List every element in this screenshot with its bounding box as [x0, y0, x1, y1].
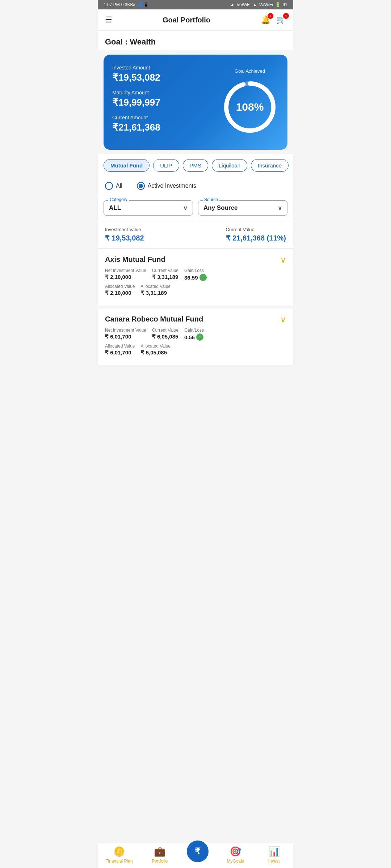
fund-net-inv-value-1: ₹ 6,01,700 [105, 333, 146, 340]
expand-button-0[interactable]: ∨ [280, 255, 286, 265]
main-content: Goal : Wealth Invested Amount ₹19,53,082… [98, 31, 293, 397]
fund-name-1: Canara Robeco Mutual Fund [105, 315, 203, 323]
card-right: Goal Achieved 108% [221, 68, 279, 136]
donut-chart: 108% [221, 78, 279, 136]
fund-cur-val-col-1: Current Value ₹ 6,05,085 [152, 328, 178, 341]
invested-label: Invested Amount [112, 65, 160, 71]
current-amount-value: ₹21,61,368 [112, 122, 160, 133]
fund-net-inv-label-1: Net Investment Value [105, 328, 146, 333]
radio-active-circle [137, 182, 145, 190]
expand-button-1[interactable]: ∨ [280, 315, 286, 324]
radio-active-label: Active Investments [148, 183, 196, 189]
wifi-label: VoWiFi [237, 2, 251, 7]
wifi-label2: VoWiFi [259, 2, 273, 7]
fund-gain-col-1: Gain/Loss 0.56 ↑ [184, 328, 204, 341]
current-value-label: Current Value [226, 227, 286, 232]
fund-alloc-row-1: Allocated Value ₹ 6,01,700 Allocated Val… [105, 344, 286, 356]
fund-alloc-col1-1: Allocated Value ₹ 6,01,700 [105, 344, 135, 356]
radio-filter: All Active Investments [98, 177, 293, 195]
battery-icon: 🔋 [275, 2, 281, 7]
fund-card-1: Canara Robeco Mutual Fund ∨ Net Investme… [98, 309, 293, 368]
fund-net-inv-value-0: ₹ 2,10,000 [105, 274, 146, 280]
tab-insurance[interactable]: Insurance [251, 159, 289, 172]
fund-alloc-value2-1: ₹ 6,05,085 [141, 349, 171, 356]
fund-cur-val-label-0: Current Value [152, 268, 178, 273]
maturity-value: ₹19,99,997 [112, 97, 160, 108]
filter-icon[interactable]: ☰ [105, 15, 112, 25]
fund-alloc-col2-1: Allocated Value ₹ 6,05,085 [141, 344, 171, 356]
fund-alloc-value1-0: ₹ 2,10,000 [105, 290, 135, 296]
investment-value-col: Investment Value ₹ 19,53,082 [105, 227, 144, 242]
fund-gain-label-0: Gain/Loss [184, 268, 207, 273]
fund-net-inv-label-0: Net Investment Value [105, 268, 146, 273]
tab-liquiloan[interactable]: Liquiloan [212, 159, 247, 172]
source-dropdown[interactable]: Source Any Source ∨ [198, 200, 287, 216]
radio-all-circle [105, 182, 113, 190]
notification-badge: 3 [268, 13, 273, 19]
source-label: Source [203, 197, 219, 202]
goal-achieved-label: Goal Achieved [235, 68, 265, 74]
category-value: ALL ∨ [109, 204, 188, 212]
investment-summary: Investment Value ₹ 19,53,082 Current Val… [98, 221, 293, 249]
tab-pills: Mutual Fund ULIP PMS Liquiloan Insurance [98, 154, 293, 177]
signal-icon: ▲ [230, 2, 235, 7]
current-value: ₹ 21,61,368 (11%) [226, 234, 286, 242]
fund-cur-val-value-1: ₹ 6,05,085 [152, 333, 178, 340]
invested-value: ₹19,53,082 [112, 72, 160, 83]
radio-all-label: All [116, 183, 122, 189]
fund-cur-val-col-0: Current Value ₹ 3,31,189 [152, 268, 178, 281]
fund-gain-value-1: 0.56 ↑ [184, 333, 204, 341]
fund-gain-col-0: Gain/Loss 36.59 ↑ [184, 268, 207, 281]
fund-alloc-value2-0: ₹ 3,31,189 [141, 290, 171, 296]
dropdown-row: Category ALL ∨ Source Any Source ∨ [98, 195, 293, 221]
donut-center-percent: 108% [236, 101, 264, 113]
fund-alloc-row-0: Allocated Value ₹ 2,10,000 Allocated Val… [105, 284, 286, 296]
maturity-label: Maturity Amount [112, 90, 160, 95]
fund-cur-val-value-0: ₹ 3,31,189 [152, 274, 178, 280]
status-right: ▲ VoWiFi ▲ VoWiFi 🔋 91 [230, 2, 287, 7]
source-value: Any Source ∨ [203, 204, 282, 212]
status-icons: 🌀📱 [138, 2, 149, 7]
radio-active[interactable]: Active Investments [137, 182, 196, 190]
battery-level: 91 [283, 2, 287, 7]
header-icons: 🔔 3 🛒 1 [261, 15, 286, 25]
category-dropdown[interactable]: Category ALL ∨ [104, 200, 193, 216]
goal-title: Goal : Wealth [98, 31, 293, 50]
status-left: 1:07 PM 0.3KB/s 🌀📱 [104, 2, 149, 7]
fund-alloc-label2-1: Allocated Value [141, 344, 171, 349]
status-time: 1:07 PM [104, 2, 120, 7]
fund-card-0: Axis Mutual Fund ∨ Net Investment Value … [98, 249, 293, 309]
fund-row-0: Net Investment Value ₹ 2,10,000 Current … [105, 268, 286, 281]
category-label: Category [108, 197, 129, 202]
fund-gain-label-1: Gain/Loss [184, 328, 204, 333]
status-speed: 0.3KB/s [121, 2, 136, 7]
tab-mutual-fund[interactable]: Mutual Fund [104, 159, 150, 172]
notification-button[interactable]: 🔔 3 [261, 15, 270, 25]
card-left: Invested Amount ₹19,53,082 Maturity Amou… [112, 65, 160, 140]
gain-up-arrow-1: ↑ [196, 333, 203, 341]
investment-value-label: Investment Value [105, 227, 144, 232]
source-arrow-icon: ∨ [278, 205, 282, 212]
fund-gain-value-0: 36.59 ↑ [184, 274, 207, 281]
tab-ulip[interactable]: ULIP [153, 159, 179, 172]
fund-row-1: Net Investment Value ₹ 6,01,700 Current … [105, 328, 286, 341]
fund-alloc-label1-1: Allocated Value [105, 344, 135, 349]
investment-value: ₹ 19,53,082 [105, 234, 144, 242]
tab-pms[interactable]: PMS [183, 159, 209, 172]
signal-icon2: ▲ [253, 2, 257, 7]
fund-alloc-label1-0: Allocated Value [105, 284, 135, 289]
current-value-col: Current Value ₹ 21,61,368 (11%) [226, 227, 286, 242]
portfolio-card: Invested Amount ₹19,53,082 Maturity Amou… [104, 55, 287, 150]
page-title: Goal Portfolio [163, 16, 210, 24]
fund-cur-val-label-1: Current Value [152, 328, 178, 333]
fund-net-inv-col-0: Net Investment Value ₹ 2,10,000 [105, 268, 146, 281]
fund-net-inv-col-1: Net Investment Value ₹ 6,01,700 [105, 328, 146, 341]
fund-alloc-label2-0: Allocated Value [141, 284, 171, 289]
header: ☰ Goal Portfolio 🔔 3 🛒 1 [98, 9, 293, 31]
radio-all[interactable]: All [105, 182, 122, 190]
fund-alloc-col2-0: Allocated Value ₹ 3,31,189 [141, 284, 171, 296]
cart-button[interactable]: 🛒 1 [276, 15, 286, 25]
category-arrow-icon: ∨ [183, 205, 188, 212]
status-bar: 1:07 PM 0.3KB/s 🌀📱 ▲ VoWiFi ▲ VoWiFi 🔋 9… [98, 0, 293, 9]
gain-up-arrow-0: ↑ [199, 274, 207, 281]
